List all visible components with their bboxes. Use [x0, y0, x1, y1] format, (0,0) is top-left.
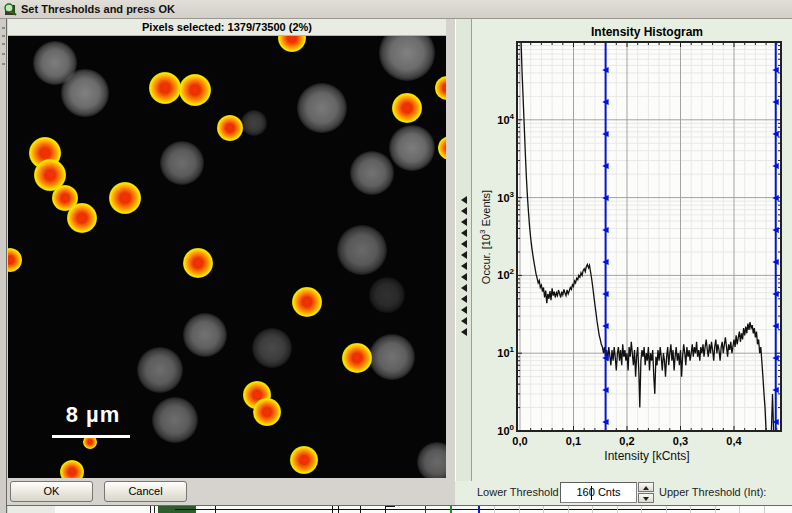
histogram-plot[interactable] [472, 19, 792, 481]
collapse-left-arrow-icon [461, 295, 467, 303]
collapse-left-arrow-icon [461, 306, 467, 314]
unselected-cell [417, 442, 446, 478]
spinner-down-button[interactable] [638, 493, 654, 503]
selected-cell [253, 398, 281, 426]
background-gridline [592, 506, 593, 513]
background-gridline [641, 506, 642, 513]
up-arrow-icon [643, 486, 649, 490]
unselected-cell [389, 125, 435, 171]
y-axis-label: Occur. [103 Events] [478, 190, 492, 284]
selected-cell [217, 115, 243, 141]
selected-cell [392, 93, 422, 123]
x-tick-label: 0,4 [719, 435, 749, 447]
selected-cell [67, 203, 97, 233]
plot-background [517, 42, 781, 431]
selected-cell [278, 36, 306, 52]
collapse-left-arrow-icon [461, 273, 467, 281]
x-tick-label: 0,0 [505, 435, 535, 447]
collapse-left-arrow-icon [461, 317, 467, 325]
unselected-cell [183, 313, 227, 357]
scale-bar-label: 8 µm [46, 402, 140, 428]
background-gridline [568, 506, 569, 513]
background-gridline [690, 506, 691, 513]
collapse-left-arrow-icon [461, 207, 467, 215]
y-tick-label: 100 [472, 423, 514, 437]
collapse-left-arrow-icon [461, 262, 467, 270]
cancel-button[interactable]: Cancel [104, 481, 187, 502]
unselected-cell [137, 347, 183, 393]
lower-threshold-spinner [638, 482, 654, 503]
background-gridline [543, 506, 544, 513]
background-gridline [519, 506, 520, 513]
background-window-edge [0, 19, 7, 513]
unselected-cell [379, 36, 435, 81]
background-window-sliver [8, 506, 792, 513]
unselected-cell [61, 69, 109, 117]
collapse-left-arrow-icon [461, 196, 467, 204]
background-gridline [617, 506, 618, 513]
background-gridline [715, 506, 716, 513]
unselected-cell [160, 141, 204, 185]
selected-cell [8, 248, 22, 272]
x-tick-label: 0,2 [612, 435, 642, 447]
unselected-cell [152, 397, 198, 443]
pixels-selected-header: Pixels selected: 1379/73500 (2%) [8, 19, 446, 36]
selected-cell [109, 182, 141, 214]
panel-collapse-splitter[interactable] [455, 19, 472, 481]
collapse-left-arrow-icon [461, 328, 467, 336]
selected-cell [290, 446, 318, 474]
intensity-histogram-panel: Intensity Histogram 0,00,10,20,30,410410… [472, 19, 792, 481]
upper-threshold-label: Upper Threshold (Int): [659, 482, 766, 503]
collapse-left-arrow-icon [461, 218, 467, 226]
dialog-titlebar[interactable]: Set Thresholds and press OK [0, 0, 792, 19]
selected-cell [292, 287, 322, 317]
x-tick-label: 0,1 [559, 435, 589, 447]
collapse-left-arrow-icon [461, 229, 467, 237]
selected-cell [60, 460, 84, 478]
collapse-left-arrow-icon [461, 284, 467, 292]
unselected-cell [297, 83, 347, 133]
background-gridline [764, 506, 765, 513]
unselected-cell [369, 334, 415, 380]
scale-bar-line [52, 435, 130, 438]
threshold-dialog-icon [3, 2, 17, 16]
collapse-left-arrow-icon [461, 240, 467, 248]
x-tick-label: 0,3 [666, 435, 696, 447]
unselected-cell [337, 225, 387, 275]
selected-cell [438, 136, 446, 160]
microscopy-image-preview: 8 µm [8, 36, 446, 478]
unselected-cell [241, 110, 267, 136]
pixels-selected-text: Pixels selected: 1379/73500 (2%) [142, 21, 312, 33]
spinner-up-button[interactable] [638, 482, 654, 492]
background-gridline [739, 506, 740, 513]
collapse-left-arrow-icon [461, 251, 467, 259]
unselected-cell [369, 277, 405, 313]
y-tick-label: 104 [472, 112, 514, 126]
selected-cell [183, 248, 213, 278]
dialog-title: Set Thresholds and press OK [21, 3, 175, 15]
selected-cell [435, 76, 446, 100]
selected-cell [342, 343, 372, 373]
y-tick-label: 101 [472, 345, 514, 359]
selected-cell [179, 74, 211, 106]
text-caret [591, 486, 592, 500]
background-gridline [494, 506, 495, 513]
ok-button[interactable]: OK [10, 481, 93, 502]
set-thresholds-dialog: Set Thresholds and press OK Pixels selec… [0, 0, 792, 513]
background-gridline [666, 506, 667, 513]
lower-threshold-input[interactable]: 160 Cnts [560, 482, 637, 503]
down-arrow-icon [643, 497, 649, 501]
selected-cell [149, 72, 181, 104]
x-axis-label: Intensity [kCnts] [502, 449, 792, 463]
unselected-cell [252, 328, 292, 368]
unselected-cell [350, 151, 394, 195]
